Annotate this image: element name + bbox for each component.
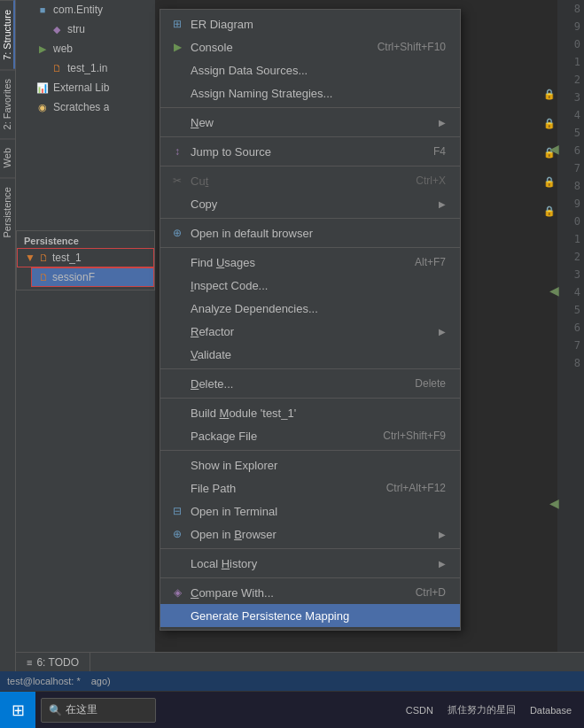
ln-0: 0 (557, 35, 580, 53)
analyze-deps-icon (169, 300, 185, 316)
ln-6: 6 (557, 142, 580, 159)
status-middle: ago) (91, 676, 111, 686)
ln-0b: 0 (557, 213, 580, 230)
menu-item-copy[interactable]: Copy ▶ (160, 192, 460, 215)
package-file-icon (169, 428, 185, 444)
taskbar-item-database: Database (525, 703, 577, 717)
menu-item-console[interactable]: ▶ Console Ctrl+Shift+F10 (160, 35, 460, 58)
menu-item-assign-data[interactable]: Assign Data Sources... (160, 58, 460, 81)
status-git[interactable]: test@localhost: * (7, 676, 81, 686)
side-tab-favorites[interactable]: 2: Favorites (0, 69, 15, 138)
arrow-indicator-3: ◀ (549, 496, 559, 510)
menu-label-compare-with: Compare With... (191, 586, 409, 600)
ln-5: 5 (557, 124, 580, 142)
ln-9b: 9 (557, 195, 580, 213)
menu-item-find-usages[interactable]: Find Usages Alt+F7 (160, 251, 460, 274)
separator-10 (160, 577, 460, 578)
side-tab-web[interactable]: Web (0, 138, 15, 176)
inspect-code-icon (169, 277, 185, 293)
gutter-icon-2: 🔒 (543, 118, 556, 129)
panel-item-entity[interactable]: ■ com.Entity (16, 0, 170, 19)
separator-9 (160, 548, 460, 549)
file-path-icon (169, 480, 185, 496)
ln-4b: 4 (557, 283, 580, 301)
menu-label-validate: Validate (191, 348, 446, 361)
menu-label-show-explorer: Show in Explorer (191, 459, 446, 472)
menu-item-compare-with[interactable]: ◈ Compare With... Ctrl+D (160, 581, 460, 604)
menu-item-assign-naming[interactable]: Assign Naming Strategies... (160, 81, 460, 105)
bottom-tabs-bar: ≡ 6: TODO (16, 652, 584, 671)
project-panel: ■ com.Entity ◆ stru ▶ web 🗋 test_1.in 📊 … (16, 0, 171, 691)
terminal-icon: ⊟ (169, 503, 185, 519)
ln-3: 3 (557, 89, 580, 106)
copy-icon (169, 196, 185, 212)
menu-item-jump-source[interactable]: ↕ Jump to Source F4 (160, 140, 460, 163)
jump-source-shortcut: F4 (433, 145, 446, 158)
persistence-item-test1[interactable]: ▼ 🗋 test_1 (17, 248, 154, 267)
menu-label-local-history: Local History (191, 557, 432, 570)
menu-item-cut: ✂ Cut Ctrl+X (160, 169, 460, 192)
find-usages-icon (169, 254, 185, 270)
menu-item-analyze-deps[interactable]: Analyze Dependencies... (160, 297, 460, 320)
menu-item-refactor[interactable]: Refactor ▶ (160, 320, 460, 343)
taskbar-item-effort: 抓住努力的星回 (442, 701, 521, 718)
menu-label-open-browser: Open in default browser (191, 227, 446, 240)
status-bar: test@localhost: * ago) (0, 671, 584, 691)
menu-item-local-history[interactable]: Local History ▶ (160, 552, 460, 575)
ln-5b: 5 (557, 301, 580, 319)
menu-item-validate[interactable]: Validate (160, 343, 460, 366)
file-path-shortcut: Ctrl+Alt+F12 (386, 482, 446, 494)
menu-label-build-module: Build Module 'test_1' (191, 407, 446, 420)
cut-icon: ✂ (169, 173, 185, 189)
panel-item-stru[interactable]: ◆ stru (16, 19, 170, 39)
persistence-panel: Persistence ▼ 🗋 test_1 🗋 sessionF (16, 230, 155, 290)
ln-8b: 8 (557, 177, 580, 195)
console-icon: ▶ (169, 39, 185, 55)
gutter-icon-1: 🔒 (543, 89, 556, 100)
ln-7b: 7 (557, 337, 580, 354)
arrow-indicator-1: ◀ (549, 142, 559, 156)
side-tab-structure[interactable]: 7: Structure (0, 0, 15, 69)
globe2-icon: ⊕ (169, 526, 185, 542)
menu-label-open-terminal: Open in Terminal (191, 505, 446, 518)
menu-item-show-explorer[interactable]: Show in Explorer (160, 453, 460, 476)
menu-item-inspect-code[interactable]: Inspect Code... (160, 274, 460, 297)
menu-item-open-terminal[interactable]: ⊟ Open in Terminal (160, 500, 460, 523)
ln-9: 9 (557, 18, 580, 35)
taskbar-search[interactable]: 🔍 在这里 (41, 698, 156, 723)
struct-icon: ◆ (50, 22, 64, 36)
er-icon: ⊞ (169, 16, 185, 32)
ln-1: 1 (557, 53, 580, 71)
search-icon: 🔍 (49, 704, 62, 716)
menu-label-analyze-deps: Analyze Dependencies... (191, 302, 446, 315)
menu-item-open-browser[interactable]: ⊕ Open in default browser (160, 221, 460, 244)
menu-item-er-diagram[interactable]: ⊞ ER Diagram (160, 12, 460, 35)
persistence-item-sessionf[interactable]: 🗋 sessionF (31, 267, 154, 287)
ln-8c: 8 (557, 354, 580, 372)
menu-item-generate-persistence[interactable]: Generate Persistence Mapping (160, 604, 460, 627)
tab-todo-label: 6: TODO (36, 656, 79, 669)
menu-label-generate-persistence: Generate Persistence Mapping (191, 609, 446, 623)
taskbar-right: CSDN 抓住努力的星回 Database (401, 701, 584, 718)
menu-item-file-path[interactable]: File Path Ctrl+Alt+F12 (160, 476, 460, 500)
menu-item-delete[interactable]: Delete... Delete (160, 372, 460, 395)
panel-item-web-label: web (53, 43, 73, 55)
show-explorer-icon (169, 457, 185, 473)
folder-expand-icon: ▼ (25, 252, 35, 264)
panel-item-scratches[interactable]: ◉ Scratches a (16, 97, 170, 117)
panel-item-test1[interactable]: 🗋 test_1.in (16, 58, 170, 78)
menu-item-open-in-browser[interactable]: ⊕ Open in Browser ▶ (160, 523, 460, 546)
menu-item-new[interactable]: New ▶ (160, 111, 460, 134)
separator-8 (160, 450, 460, 451)
panel-item-extlib[interactable]: 📊 External Lib (16, 78, 170, 97)
menu-label-package-file: Package File (191, 430, 376, 443)
menu-item-package-file[interactable]: Package File Ctrl+Shift+F9 (160, 424, 460, 447)
start-button[interactable]: ⊞ (0, 692, 35, 729)
menu-label-console: Console (191, 41, 370, 54)
menu-item-build-module[interactable]: Build Module 'test_1' (160, 401, 460, 424)
tab-todo[interactable]: ≡ 6: TODO (16, 653, 90, 671)
side-tab-persistence[interactable]: Persistence (0, 177, 15, 246)
separator-7 (160, 398, 460, 399)
panel-item-web[interactable]: ▶ web (16, 39, 170, 58)
persistence-sessionf-label: sessionF (52, 271, 95, 283)
